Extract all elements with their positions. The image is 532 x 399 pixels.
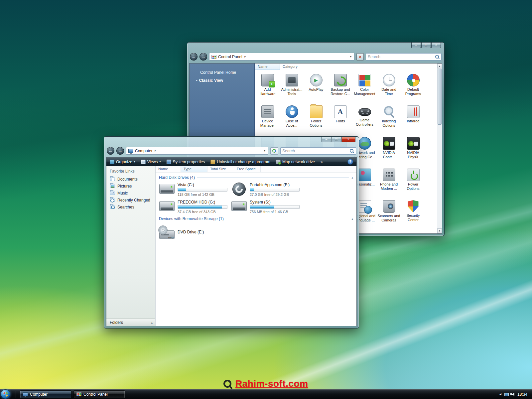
toolbar-overflow-icon[interactable]: » <box>321 160 323 164</box>
drive-item-portableapps-f[interactable]: PortableApps.com (F:) 27.0 GB free of 29… <box>231 183 303 197</box>
cp-item-indexing-options[interactable]: Indexing Options <box>377 104 401 135</box>
maximize-button[interactable]: □ <box>332 137 341 142</box>
cp-item-infrared[interactable]: Infrared <box>401 104 425 135</box>
cp-item-autoplay[interactable]: AutoPlay <box>304 72 328 104</box>
drives-list: Vista (C:) 118 GB free of 142 GB Portabl… <box>159 183 356 214</box>
stop-button[interactable]: × <box>356 53 364 61</box>
cp-item-ease-of-access[interactable]: Ease of Acce... <box>280 104 304 135</box>
column-header-name[interactable]: Name <box>156 166 181 172</box>
group-header-removable-storage[interactable]: Devices with Removable Storage (1) ▴ <box>159 216 353 221</box>
cp-item-default-programs[interactable]: Default Programs <box>401 72 425 104</box>
folders-band[interactable]: Folders ▴ <box>106 319 155 326</box>
cp-item-label: Scanners and Cameras <box>377 214 401 222</box>
map-network-drive-button[interactable]: Map network drive <box>276 160 315 164</box>
cp-item-nvidia-physx[interactable]: NVIDIA PhysX <box>401 135 425 167</box>
chevron-right-icon[interactable]: ► <box>244 55 247 58</box>
drive-item-freecom-g[interactable]: FREECOM HDD (G:) 37.4 GB free of 343 GB <box>159 200 231 214</box>
maximize-button[interactable]: □ <box>421 43 431 48</box>
hard-drive-icon <box>159 184 175 194</box>
scroll-track[interactable] <box>437 125 442 228</box>
drive-item-dvd-e[interactable]: DVD DVD Drive (E:) <box>159 226 356 239</box>
sidebar-item-searches[interactable]: Searches <box>106 203 155 210</box>
views-button[interactable]: Views ▾ <box>141 160 161 164</box>
cp-item-phone-modem[interactable]: Phone and Modem ... <box>377 167 401 199</box>
cp-item-date-time[interactable]: Date and Time <box>377 72 401 104</box>
drive-item-system-s[interactable]: System (S:) 756 MB free of 1.46 GB <box>231 200 303 214</box>
search-box[interactable] <box>366 53 442 61</box>
capacity-bar <box>178 205 227 209</box>
network-tray-icon[interactable] <box>504 393 509 396</box>
control-panel-home-link[interactable]: Control Panel Home <box>190 64 254 77</box>
vertical-scrollbar[interactable]: ▲ ▼ <box>437 64 442 233</box>
scroll-thumb[interactable] <box>438 69 442 125</box>
sidebar-item-music[interactable]: Music <box>106 190 155 197</box>
address-bar[interactable]: Control Panel ► ▼ <box>209 53 354 61</box>
close-button[interactable]: × <box>341 137 355 142</box>
cp-item-nvidia-control-panel[interactable]: NVIDIA Contr... <box>377 135 401 167</box>
classic-view-link[interactable]: • Classic View <box>190 77 254 84</box>
cp-item-color-management[interactable]: Color Management <box>352 72 377 104</box>
device-manager-icon <box>261 105 274 118</box>
minimize-button[interactable]: – <box>322 137 331 142</box>
back-button[interactable]: ← <box>107 147 114 155</box>
computer-titlebar[interactable]: – □ × <box>106 137 357 147</box>
forward-button[interactable]: → <box>116 147 124 155</box>
taskbar-button-computer[interactable]: Computer <box>20 390 71 398</box>
breadcrumb-item[interactable]: Computer <box>135 149 153 153</box>
views-icon <box>141 160 146 164</box>
breadcrumb-item[interactable]: Control Panel <box>218 55 242 59</box>
search-icon[interactable] <box>349 149 354 153</box>
column-header-total-size[interactable]: Total Size <box>207 166 234 172</box>
system-properties-button[interactable]: System properties <box>167 160 205 164</box>
column-header-type[interactable]: Type <box>181 166 207 172</box>
tray-collapse-icon[interactable]: ◀ <box>499 393 501 396</box>
taskbar-button-control-panel[interactable]: Control Panel <box>73 390 125 398</box>
minimize-button[interactable]: – <box>411 43 421 48</box>
column-header-category[interactable]: Category <box>280 64 305 70</box>
address-dropdown-icon[interactable]: ▼ <box>349 55 352 58</box>
organize-button[interactable]: Organize ▾ <box>110 160 135 164</box>
start-button[interactable] <box>1 389 10 399</box>
drive-item-vista-c[interactable]: Vista (C:) 118 GB free of 142 GB <box>159 183 231 197</box>
taskbar-clock[interactable]: 18:34 <box>517 392 527 397</box>
cp-item-add-hardware[interactable]: Add Hardware <box>255 72 280 104</box>
drive-name: DVD Drive (E:) <box>178 230 204 234</box>
cp-item-power-options[interactable]: Power Options <box>401 167 425 199</box>
search-input[interactable] <box>282 149 348 153</box>
cp-item-scanners-cameras[interactable]: Scanners and Cameras <box>377 199 401 230</box>
cp-item-administrative-tools[interactable]: Administrat... Tools <box>280 72 304 104</box>
sidebar-item-documents[interactable]: Documents <box>106 176 155 183</box>
cp-titlebar[interactable]: – □ × <box>189 43 442 53</box>
scroll-down-icon[interactable]: ▼ <box>437 228 442 233</box>
sidebar-item-recently-changed[interactable]: Recently Changed <box>106 197 155 203</box>
uninstall-program-button[interactable]: Uninstall or change a program <box>210 160 270 164</box>
address-bar[interactable]: Computer ► ▼ <box>126 147 268 155</box>
scroll-up-icon[interactable]: ▲ <box>437 64 442 68</box>
forward-button[interactable]: → <box>200 53 207 61</box>
refresh-button[interactable] <box>270 147 278 155</box>
group-header-hard-disk-drives[interactable]: Hard Disk Drives (4) ▴ <box>159 175 353 180</box>
collapse-group-icon[interactable]: ▴ <box>351 176 353 179</box>
search-box[interactable] <box>280 147 356 155</box>
help-button[interactable]: ? <box>347 159 353 165</box>
search-icon[interactable] <box>435 55 440 59</box>
chevron-right-icon[interactable]: ► <box>154 149 157 152</box>
sidebar-item-pictures[interactable]: Pictures <box>106 183 155 190</box>
column-header-name[interactable]: Name <box>255 64 280 70</box>
address-dropdown-icon[interactable]: ▼ <box>263 149 266 152</box>
close-button[interactable]: × <box>431 43 441 48</box>
desktop[interactable]: – □ × ← → Control Panel ► ▼ × Contro <box>0 0 532 399</box>
game-controllers-icon <box>358 108 371 116</box>
volume-tray-icon[interactable] <box>512 393 514 396</box>
column-header-free-space[interactable]: Free Space <box>234 166 261 172</box>
cp-item-fonts[interactable]: Fonts <box>328 104 352 135</box>
search-input[interactable] <box>368 55 434 59</box>
cp-item-game-controllers[interactable]: Game Controllers <box>352 104 377 135</box>
cp-item-security-center[interactable]: Security Center <box>401 199 425 230</box>
cp-item-device-manager[interactable]: Device Manager <box>255 104 280 135</box>
collapse-group-icon[interactable]: ▴ <box>351 217 353 220</box>
cp-item-backup-restore[interactable]: Backup and Restore C... <box>328 72 352 104</box>
sidebar-item-label: Recently Changed <box>117 198 150 202</box>
back-button[interactable]: ← <box>190 53 198 61</box>
cp-item-folder-options[interactable]: Folder Options <box>304 104 328 135</box>
